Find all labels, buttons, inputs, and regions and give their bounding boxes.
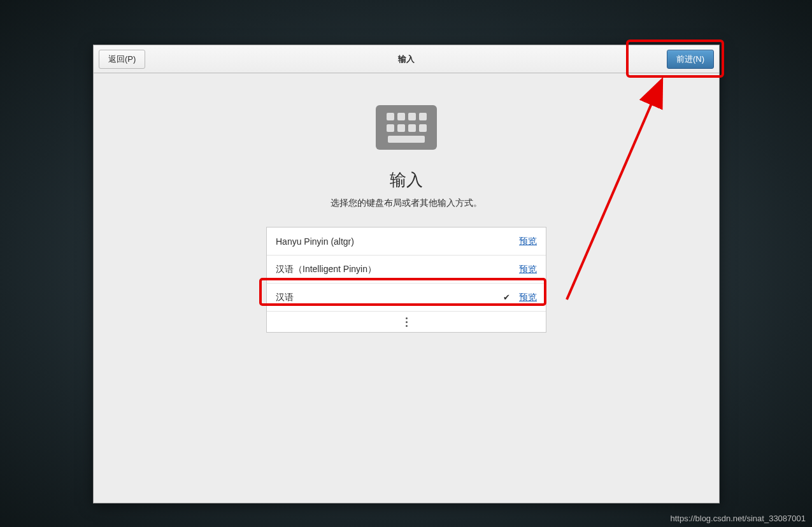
- input-source-label: Hanyu Pinyin (altgr): [276, 236, 519, 247]
- setup-window: 返回(P) 输入 前进(N) 输入 选择您的键盘布局或者其他输入方式。 Hany…: [93, 45, 720, 503]
- back-button[interactable]: 返回(P): [99, 50, 145, 69]
- preview-link[interactable]: 预览: [519, 292, 537, 303]
- preview-link[interactable]: 预览: [519, 264, 537, 275]
- input-source-label: 汉语（Intelligent Pinyin）: [276, 264, 519, 275]
- more-icon: [406, 317, 408, 327]
- titlebar: 返回(P) 输入 前进(N): [94, 45, 719, 73]
- input-source-row[interactable]: 汉语 ✔ 预览: [267, 284, 546, 312]
- next-button[interactable]: 前进(N): [667, 50, 714, 69]
- more-options-button[interactable]: [267, 312, 546, 332]
- page-subtitle: 选择您的键盘布局或者其他输入方式。: [331, 198, 482, 209]
- titlebar-title: 输入: [398, 54, 415, 65]
- input-source-list: Hanyu Pinyin (altgr) 预览 汉语（Intelligent P…: [266, 227, 546, 333]
- input-source-row[interactable]: Hanyu Pinyin (altgr) 预览: [267, 227, 546, 256]
- check-icon: ✔: [503, 292, 510, 302]
- input-source-label: 汉语: [276, 292, 503, 303]
- preview-link[interactable]: 预览: [519, 236, 537, 247]
- page-heading: 输入: [390, 169, 423, 191]
- content-area: 输入 选择您的键盘布局或者其他输入方式。 Hanyu Pinyin (altgr…: [94, 73, 719, 333]
- input-source-row[interactable]: 汉语（Intelligent Pinyin） 预览: [267, 256, 546, 284]
- keyboard-icon: [376, 105, 437, 150]
- watermark-text: https://blog.csdn.net/sinat_33087001: [671, 514, 806, 523]
